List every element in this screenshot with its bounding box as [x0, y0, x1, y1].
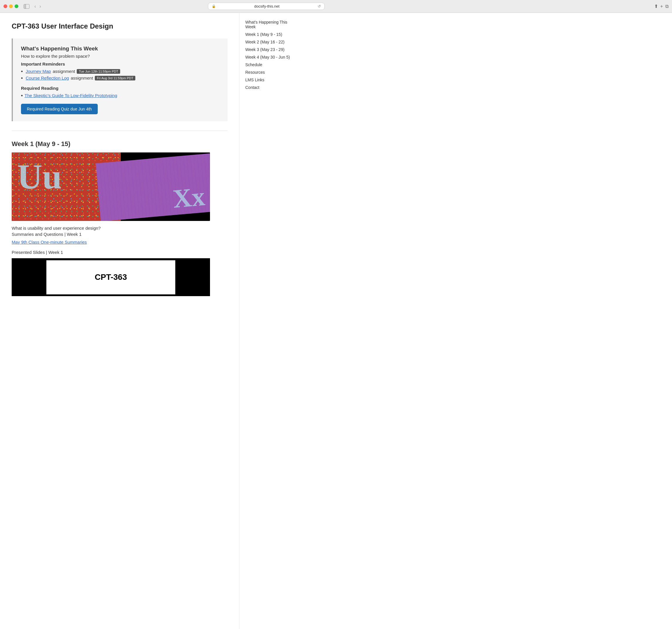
reminder-1-text: assignment: [53, 69, 75, 74]
course-reflection-log-link[interactable]: Course Reflection Log: [26, 75, 69, 80]
browser-actions: ⬆ + ⧉: [654, 3, 669, 9]
new-tab-icon[interactable]: +: [660, 4, 663, 9]
browser-nav: ‹ ›: [33, 4, 42, 9]
card-image-bg: Uu Xx: [12, 152, 210, 221]
sidebar-link-lms-links[interactable]: LMS Links: [245, 78, 297, 82]
sidebar-item-resources[interactable]: Resources: [245, 70, 297, 75]
address-bar[interactable]: 🔒 docsify-this.net ↺: [208, 3, 325, 10]
minimize-button[interactable]: [9, 4, 13, 8]
week1-title: Week 1 (May 9 - 15): [12, 140, 227, 148]
sidebar-link-week2[interactable]: Week 2 (May 16 - 22): [245, 40, 297, 44]
week1-image: Uu Xx: [12, 152, 210, 221]
reminder-2-badge: Fri Aug 3rd 11:59pm PDT: [95, 76, 135, 80]
reminder-item-1: Journey Map assignment Tue Jun 12th 11:5…: [21, 69, 219, 74]
app-container: CPT-363 User Interface Design What's Hap…: [0, 13, 672, 629]
forward-button[interactable]: ›: [39, 4, 42, 9]
summaries-link[interactable]: May 9th Class One-minute Summaries: [12, 240, 227, 245]
reminders-heading: Important Reminders: [21, 61, 219, 67]
reload-button[interactable]: ↺: [318, 4, 321, 8]
sidebar-item-lms-links[interactable]: LMS Links: [245, 78, 297, 82]
slide-preview: CPT-363: [12, 258, 210, 296]
sidebar-link-contact[interactable]: Contact: [245, 85, 297, 90]
reminder-item-2: Course Reflection Log assignment Fri Aug…: [21, 75, 219, 80]
url-text: docsify-this.net: [218, 4, 316, 8]
share-icon[interactable]: ⬆: [654, 3, 658, 9]
slide-title: CPT-363: [95, 273, 127, 282]
quiz-button[interactable]: Required Reading Quiz due Jun 4th: [21, 104, 98, 114]
sidebar-link-resources[interactable]: Resources: [245, 70, 297, 75]
reading-item-1: The Skeptic's Guide To Low-Fidelity Prot…: [21, 93, 219, 98]
journey-map-link[interactable]: Journey Map: [26, 69, 51, 74]
sidebar-item-week4[interactable]: Week 4 (May 30 - Jun 5): [245, 55, 297, 59]
reminder-1-badge: Tue Jun 12th 11:59pm PDT: [77, 69, 120, 74]
main-content: CPT-363 User Interface Design What's Hap…: [0, 13, 239, 629]
page-title: CPT-363 User Interface Design: [12, 22, 227, 30]
reminders-list: Journey Map assignment Tue Jun 12th 11:5…: [21, 69, 219, 80]
back-button[interactable]: ‹: [33, 4, 37, 9]
letter-u: Uu: [17, 159, 62, 195]
close-button[interactable]: [3, 4, 7, 8]
sidebar-link-week1[interactable]: Week 1 (May 9 - 15): [245, 32, 297, 37]
maximize-button[interactable]: [15, 4, 18, 8]
sidebar-link-schedule[interactable]: Schedule: [245, 62, 297, 67]
sidebar-item-happening[interactable]: What's Happening This Week: [245, 20, 297, 29]
lock-icon: 🔒: [212, 4, 216, 8]
week-box-title: What's Happening This Week: [21, 46, 219, 52]
reading-heading: Required Reading: [21, 86, 219, 91]
sidebar-link-week4[interactable]: Week 4 (May 30 - Jun 5): [245, 55, 297, 59]
sidebar-item-week2[interactable]: Week 2 (May 16 - 22): [245, 40, 297, 44]
letter-x: Xx: [171, 183, 206, 212]
presented-slides-label: Presented Slides | Week 1: [12, 250, 227, 255]
slide-inner: CPT-363: [46, 260, 175, 294]
sidebar-nav: What's Happening This Week Week 1 (May 9…: [245, 20, 297, 90]
tabs-icon[interactable]: ⧉: [665, 4, 669, 9]
traffic-lights: [3, 4, 18, 8]
sidebar-link-week3[interactable]: Week 3 (May 23 - 29): [245, 47, 297, 52]
week-box: What's Happening This Week How to explor…: [12, 39, 227, 121]
sidebar-item-week3[interactable]: Week 3 (May 23 - 29): [245, 47, 297, 52]
browser-chrome: ‹ › 🔒 docsify-this.net ↺ ⬆ + ⧉: [0, 0, 672, 13]
week1-summaries-label: Summaries and Questions | Week 1: [12, 232, 227, 237]
reminder-2-text: assignment: [71, 75, 93, 80]
week-box-subtitle: How to explore the problem space?: [21, 54, 219, 58]
card-purple: Xx: [96, 153, 210, 221]
reading-list: The Skeptic's Guide To Low-Fidelity Prot…: [21, 93, 219, 98]
sidebar-item-schedule[interactable]: Schedule: [245, 62, 297, 67]
sidebar-link-happening[interactable]: What's Happening This Week: [245, 20, 297, 29]
sidebar-toggle-button[interactable]: [24, 4, 29, 9]
reading-link[interactable]: The Skeptic's Guide To Low-Fidelity Prot…: [24, 93, 117, 98]
week1-description: What is usability and user experience de…: [12, 226, 227, 231]
sidebar-item-contact[interactable]: Contact: [245, 85, 297, 90]
sidebar-item-week1[interactable]: Week 1 (May 9 - 15): [245, 32, 297, 37]
sidebar: What's Happening This Week Week 1 (May 9…: [239, 13, 303, 629]
